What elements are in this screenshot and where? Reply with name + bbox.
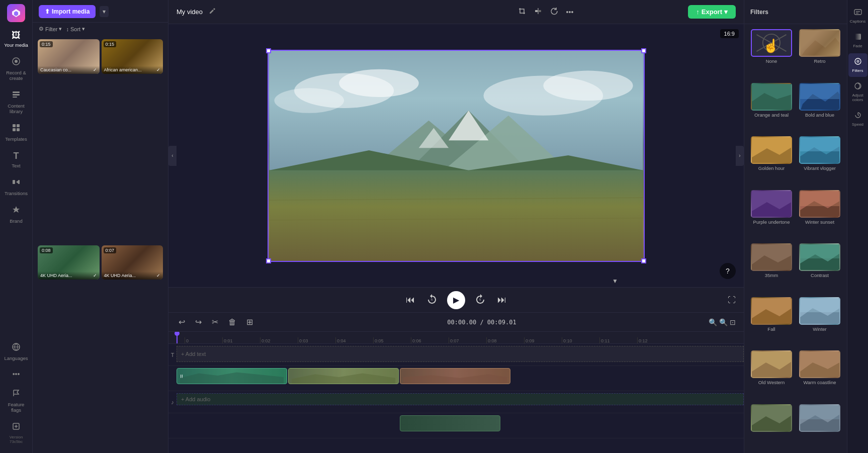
filter-item-old-western[interactable]: Old Western [748,349,795,401]
sidebar-item-feature-flags[interactable]: Feature flags [1,385,31,417]
filter-thumb-vibrant-vlogger [799,136,840,164]
ruler-marks: 0 0:01 0:02 0:03 0:04 0:05 0:06 0:07 0:0… [185,332,675,343]
rs-item-speed[interactable]: Speed [848,107,867,131]
rs-item-adjust-colors[interactable]: Adjust colors [848,78,867,106]
video-frame[interactable] [268,50,645,262]
add-text-track[interactable]: + Add text [177,346,744,362]
video-clip-3[interactable] [400,368,510,384]
filter-label-old-western: Old Western [758,380,785,385]
sidebar-item-label: Feature flags [3,402,29,413]
media-item[interactable]: 0:15 Caucasian co... ✓ [38,39,100,74]
crop-tool-button[interactable] [516,5,528,19]
filter-thumb-bold-blue [799,83,840,111]
fullscreen-button[interactable]: ⛶ [728,296,736,305]
filters-icon [854,57,862,67]
media-check-icon: ✓ [156,67,160,72]
filter-thumb-fall [751,297,792,325]
filter-item-contrast[interactable]: Contrast [797,242,843,294]
filter-item-winter[interactable]: Winter [797,296,843,348]
sidebar-item-your-media[interactable]: 🖼 Your media [1,26,31,52]
svg-text:5: 5 [479,298,481,301]
rs-label: Adjust colors [850,93,865,102]
svg-rect-80 [800,351,840,378]
svg-rect-14 [539,10,541,12]
sidebar-item-transitions[interactable]: Transitions [1,173,31,200]
flip-tool-button[interactable] [532,5,544,19]
filter-item-fall[interactable]: Fall [748,296,795,348]
skip-back-button[interactable]: ⏮ [404,293,417,307]
video-clip-1[interactable]: ⏸ [177,368,287,384]
panel-toggle-left[interactable]: ‹ [168,146,177,166]
filter-item-extra2[interactable] [797,403,843,449]
cut-button[interactable]: ✂ [210,316,220,328]
rotate-tool-button[interactable] [548,5,560,19]
undo-button[interactable]: ↩ [177,316,187,328]
sidebar-item-more[interactable]: ••• [1,366,31,384]
video-clip-2[interactable] [288,368,399,384]
filter-item-winter-sunset[interactable]: Winter sunset [797,189,843,241]
help-button[interactable]: ? [720,263,736,279]
delete-button[interactable]: 🗑 [226,317,238,328]
filter-button[interactable]: ⚙ Filter ▾ [39,26,62,32]
zoom-in-button[interactable]: 🔍 [719,318,728,326]
rs-item-fade[interactable]: Fade [848,29,867,52]
sidebar-item-label: Content library [3,103,29,114]
svg-rect-10 [18,180,20,184]
import-dropdown-arrow[interactable]: ▾ [100,6,109,17]
filter-item-warm-coastline[interactable]: Warm coastline [797,349,843,401]
skip-forward-button[interactable]: ⏭ [495,293,508,307]
filter-item-orange-teal[interactable]: Orange and teal [748,82,795,134]
resize-handle-tr[interactable] [641,48,646,53]
svg-rect-2 [13,92,20,93]
sidebar-item-languages[interactable]: Languages [1,338,31,365]
sidebar-item-templates[interactable]: Templates [1,119,31,146]
more-options-button[interactable]: ••• [564,6,576,18]
media-item[interactable]: 0:07 4K UHD Aeria... ✓ [102,245,163,280]
import-media-button[interactable]: ⬆ Import media [39,5,96,18]
ruler-mark: 0:04 [335,337,373,343]
sidebar-item-label: Your media [4,42,28,48]
rs-item-captions[interactable]: Captions [848,4,867,28]
video-title[interactable]: My video [177,8,203,16]
filter-item-vibrant-vlogger[interactable]: Vibrant vlogger [797,135,843,187]
playhead[interactable] [177,332,178,343]
rs-item-filters[interactable]: Filters [848,53,867,77]
media-panel: ⬆ Import media ▾ ⚙ Filter ▾ ↕ Sort ▾ 0:1… [33,0,168,453]
save-button[interactable]: ⊞ [244,316,255,328]
resize-handle-bl[interactable] [266,258,271,263]
add-audio-track[interactable]: + Add audio [177,393,744,405]
filter-item-purple-undertone[interactable]: Purple undertone [748,189,795,241]
title-edit-icon[interactable] [209,8,216,16]
media-label: Caucasian co... [40,67,71,72]
resize-handle-br[interactable] [641,258,646,263]
filter-item-bold-blue[interactable]: Bold and blue [797,82,843,134]
rewind-5s-button[interactable]: 5 [425,292,439,308]
redo-button[interactable]: ↪ [193,316,204,328]
filter-thumb-none: ☝ [751,29,792,57]
filter-item-extra1[interactable] [748,403,795,449]
panel-toggle-right[interactable]: › [736,146,744,166]
forward-5s-button[interactable]: 5 [473,292,487,308]
resize-handle-tl[interactable] [266,48,271,53]
play-button[interactable]: ▶ [447,291,465,309]
text-track-row: T + Add text [168,344,744,366]
export-button[interactable]: ↑ Export ▾ [688,5,736,19]
sort-button[interactable]: ↕ Sort ▾ [66,26,85,32]
filter-item-none[interactable]: ☝ None [748,28,795,80]
timeline-content: 0 0:01 0:02 0:03 0:04 0:05 0:06 0:07 0:0… [168,332,744,453]
sidebar-item-brand[interactable]: Brand [1,201,31,228]
sidebar-item-content-library[interactable]: Content library [1,86,31,118]
media-item[interactable]: 0:15 African american... ✓ [102,39,163,74]
sidebar-item-text[interactable]: T Text [1,147,31,172]
filter-thumb-golden-hour [751,136,792,164]
speed-icon [854,111,862,121]
zoom-out-button[interactable]: 🔍 [709,318,717,326]
panel-expand-toggle[interactable]: ▼ [612,278,618,285]
aspect-ratio-badge[interactable]: 16:9 [720,29,739,38]
filter-item-retro[interactable]: Retro [797,28,843,80]
filter-item-35mm[interactable]: 35mm [748,242,795,294]
fit-timeline-button[interactable]: ⊡ [730,318,736,326]
sidebar-item-record-create[interactable]: Record & create [1,53,31,85]
media-item[interactable]: 0:08 4K UHD Aeria... ✓ [38,245,100,280]
filter-item-golden-hour[interactable]: Golden hour [748,135,795,187]
